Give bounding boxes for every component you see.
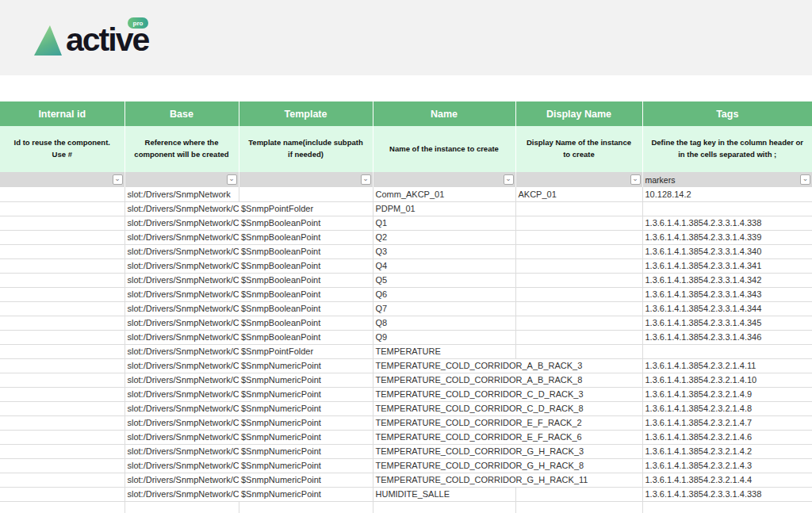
cell-name[interactable]: HUMIDITE_SALLE [373,487,515,501]
cell-display-name[interactable] [515,216,642,230]
cell-name[interactable]: PDPM_01 [373,201,515,216]
cell-tags[interactable]: 1.3.6.1.4.1.3854.2.3.2.1.4.8 [642,401,812,415]
cell-template[interactable]: $SnmpNumericPoint [239,473,373,487]
filter-dropdown-icon[interactable]: ⌄ [113,174,123,185]
cell-tags[interactable]: 1.3.6.1.4.1.3854.2.3.2.1.4.3 [642,458,812,473]
cell-name[interactable]: Q2 [373,230,515,244]
cell-name[interactable]: TEMPERATURE_COLD_CORRIDOR_C_D_RACK_8 [373,401,515,415]
cell-name[interactable]: Q7 [373,301,515,316]
cell-tags[interactable]: 1.3.6.1.4.1.3854.2.3.3.1.4.341 [642,258,812,273]
cell-template[interactable]: $SnmpNumericPoint [239,415,373,430]
cell-template[interactable]: $SnmpBooleanPoint [239,244,373,258]
cell-base[interactable]: slot:/Drivers/SnmpNetwork/C [124,344,239,358]
cell-template[interactable]: $SnmpBooleanPoint [239,230,373,244]
cell-internal-id[interactable] [0,244,124,258]
cell-template[interactable]: $SnmpBooleanPoint [239,330,373,344]
cell-template[interactable]: $SnmpPointFolder [239,201,373,216]
filter-dropdown-icon[interactable]: ⌄ [630,174,641,185]
cell-name[interactable]: TEMPERATURE_COLD_CORRIDOR_A_B_RACK_3 [373,358,515,373]
cell-base[interactable]: slot:/Drivers/SnmpNetwork/C [124,201,239,216]
cell-internal-id[interactable] [0,387,124,401]
cell-tags[interactable]: 1.3.6.1.4.1.3854.2.3.3.1.4.339 [642,230,812,244]
cell-template[interactable] [239,187,373,201]
cell-internal-id[interactable] [0,201,124,216]
cell-name[interactable]: TEMPERATURE_COLD_CORRIDOR_A_B_RACK_8 [373,373,515,387]
cell-name[interactable]: TEMPERATURE_COLD_CORRIDOR_C_D_RACK_3 [373,387,515,401]
cell-internal-id[interactable] [0,344,124,358]
cell-internal-id[interactable] [0,230,124,244]
cell-name[interactable]: TEMPERATURE_COLD_CORRIDOR_E_F_RACK_6 [373,430,515,444]
cell-base[interactable]: slot:/Drivers/SnmpNetwork/C [124,458,239,473]
cell-internal-id[interactable] [0,216,124,230]
cell-base[interactable]: slot:/Drivers/SnmpNetwork/C [124,216,239,230]
cell-tags[interactable]: 1.3.6.1.4.1.3854.2.3.2.1.4.11 [642,358,812,373]
cell-tags[interactable]: 1.3.6.1.4.1.3854.2.3.2.1.4.10 [642,373,812,387]
cell-internal-id[interactable] [0,330,124,344]
cell-base[interactable]: slot:/Drivers/SnmpNetwork/C [124,430,239,444]
cell-base[interactable]: slot:/Drivers/SnmpNetwork/C [124,473,239,487]
cell-display-name[interactable]: AKCP_01 [515,187,642,201]
cell-display-name[interactable] [515,273,642,287]
cell-internal-id[interactable] [0,473,124,487]
cell-name[interactable]: Q8 [373,316,515,330]
cell-base[interactable]: slot:/Drivers/SnmpNetwork/C [124,373,239,387]
cell-template[interactable]: $SnmpBooleanPoint [239,301,373,316]
cell-internal-id[interactable] [0,458,124,473]
cell-internal-id[interactable] [0,273,124,287]
cell-tags[interactable]: 1.3.6.1.4.1.3854.2.3.2.1.4.2 [642,444,812,458]
cell-display-name[interactable] [515,201,642,216]
cell-template[interactable]: $SnmpNumericPoint [239,487,373,501]
filter-dropdown-icon[interactable]: ⌄ [361,174,371,185]
cell-name[interactable]: Q3 [373,244,515,258]
cell-display-name[interactable] [515,316,642,330]
cell-internal-id[interactable] [0,373,124,387]
cell-display-name[interactable] [515,487,642,501]
cell-base[interactable]: slot:/Drivers/SnmpNetwork [124,187,239,201]
filter-dropdown-icon[interactable]: ⌄ [800,174,810,185]
cell-base[interactable] [124,501,239,513]
cell-tags[interactable]: 1.3.6.1.4.1.3854.2.3.2.1.4.4 [642,473,812,487]
cell-display-name[interactable] [515,287,642,301]
cell-template[interactable]: $SnmpBooleanPoint [239,316,373,330]
cell-name[interactable]: TEMPERATURE_COLD_CORRIDOR_G_H_RACK_3 [373,444,515,458]
cell-tags[interactable]: 1.3.6.1.4.1.3854.2.3.3.1.4.342 [642,273,812,287]
cell-tags[interactable]: 1.3.6.1.4.1.3854.2.3.3.1.4.340 [642,244,812,258]
cell-template[interactable]: $SnmpBooleanPoint [239,216,373,230]
cell-tags[interactable]: 1.3.6.1.4.1.3854.2.3.2.1.4.9 [642,387,812,401]
cell-internal-id[interactable] [0,358,124,373]
cell-tags[interactable]: 1.3.6.1.4.1.3854.2.3.2.1.4.7 [642,415,812,430]
cell-template[interactable]: $SnmpBooleanPoint [239,287,373,301]
filter-dropdown-icon[interactable]: ⌄ [227,174,237,185]
cell-tags[interactable]: 1.3.6.1.4.1.3854.2.3.3.1.4.346 [642,330,812,344]
cell-template[interactable]: $SnmpBooleanPoint [239,258,373,273]
cell-internal-id[interactable] [0,430,124,444]
cell-name[interactable]: Q1 [373,216,515,230]
cell-name[interactable]: TEMPERATURE_COLD_CORRIDOR_E_F_RACK_2 [373,415,515,430]
cell-template[interactable]: $SnmpNumericPoint [239,387,373,401]
filter-dropdown-icon[interactable]: ⌄ [504,174,514,185]
cell-display-name[interactable] [515,258,642,273]
cell-tags[interactable]: 1.3.6.1.4.1.3854.2.3.3.1.4.338 [642,216,812,230]
cell-template[interactable] [239,501,373,513]
cell-tags[interactable] [642,344,812,358]
cell-name[interactable]: TEMPERATURE [373,344,515,358]
cell-display-name[interactable] [515,230,642,244]
cell-base[interactable]: slot:/Drivers/SnmpNetwork/C [124,244,239,258]
cell-display-name[interactable] [515,501,642,513]
cell-display-name[interactable] [515,330,642,344]
cell-base[interactable]: slot:/Drivers/SnmpNetwork/C [124,316,239,330]
cell-name[interactable]: Comm_AKCP_01 [373,187,515,201]
cell-name[interactable] [373,501,515,513]
cell-template[interactable]: $SnmpNumericPoint [239,401,373,415]
cell-base[interactable]: slot:/Drivers/SnmpNetwork/C [124,387,239,401]
cell-tags[interactable] [642,501,812,513]
cell-tags[interactable]: 1.3.6.1.4.1.3854.2.3.3.1.4.345 [642,316,812,330]
cell-base[interactable]: slot:/Drivers/SnmpNetwork/C [124,230,239,244]
cell-base[interactable]: slot:/Drivers/SnmpNetwork/C [124,287,239,301]
cell-tags[interactable]: 1.3.6.1.4.1.3854.2.3.3.1.4.338 [642,487,812,501]
cell-template[interactable]: $SnmpNumericPoint [239,358,373,373]
cell-name[interactable]: Q9 [373,330,515,344]
cell-internal-id[interactable] [0,187,124,201]
cell-internal-id[interactable] [0,258,124,273]
cell-internal-id[interactable] [0,415,124,430]
